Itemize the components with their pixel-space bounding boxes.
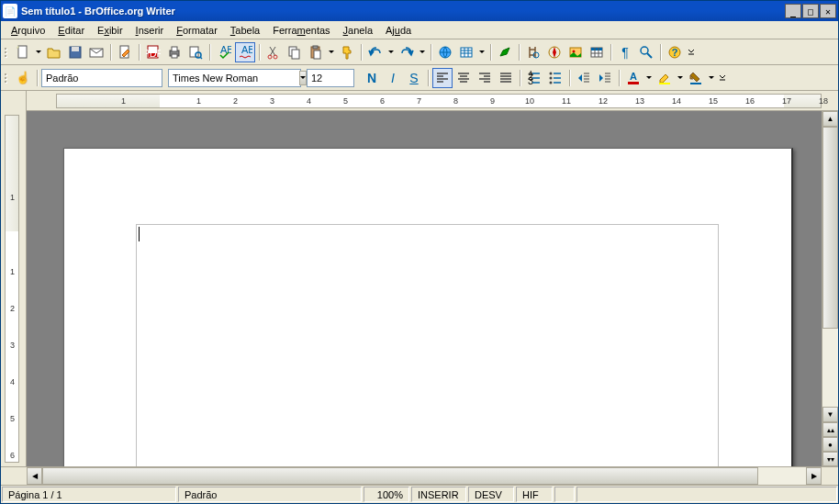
horizontal-ruler[interactable]: 1 1 2 3 4 5 6 7 8 9 10 11 12 13 14 15 16…	[27, 91, 838, 111]
app-icon: 📄	[3, 4, 17, 18]
paste-button[interactable]	[306, 42, 326, 62]
toolbar-grip[interactable]	[5, 43, 10, 62]
menu-ajuda[interactable]: Ajuda	[379, 23, 418, 38]
help-button[interactable]: ?	[665, 42, 685, 62]
nonprinting-button[interactable]: ¶	[615, 42, 635, 62]
paragraph-style-input[interactable]	[46, 73, 173, 84]
align-center-button[interactable]	[453, 68, 474, 88]
format-paintbrush-button[interactable]	[337, 42, 357, 62]
show-draw-button[interactable]	[495, 42, 515, 62]
new-dropdown[interactable]	[34, 42, 43, 62]
menu-editar[interactable]: Editar	[51, 23, 91, 38]
toolbar-options-button[interactable]	[717, 68, 728, 88]
maximize-button[interactable]: □	[802, 4, 819, 18]
workspace: 1 1 2 3 4 5 6 ▲ ▼ ▴▴ ● ▾▾	[1, 111, 838, 466]
nav-object-button[interactable]: ●	[822, 437, 838, 452]
bg-color-dropdown[interactable]	[707, 68, 716, 88]
menu-formatar[interactable]: Formatar	[170, 23, 224, 38]
open-button[interactable]	[44, 42, 64, 62]
menu-janela[interactable]: Janela	[337, 23, 379, 38]
align-justify-button[interactable]	[496, 68, 516, 88]
status-sel[interactable]	[554, 487, 575, 502]
highlight-dropdown[interactable]	[676, 68, 685, 88]
export-pdf-button[interactable]: PDF	[143, 42, 163, 62]
styles-button[interactable]: ☝	[13, 68, 33, 88]
minimize-button[interactable]: _	[785, 4, 801, 18]
align-right-button[interactable]	[475, 68, 495, 88]
new-button[interactable]	[13, 42, 33, 62]
svg-text:3: 3	[528, 75, 533, 85]
hscroll-track[interactable]	[42, 467, 806, 485]
status-style[interactable]: Padrão	[178, 487, 362, 502]
status-insert[interactable]: INSERIR	[411, 487, 466, 502]
status-zoom[interactable]: 100%	[364, 487, 409, 502]
page[interactable]	[63, 148, 793, 466]
save-button[interactable]	[65, 42, 85, 62]
copy-button[interactable]	[285, 42, 305, 62]
table-button[interactable]	[456, 42, 476, 62]
spellcheck-button[interactable]: ABC	[214, 42, 234, 62]
vertical-ruler[interactable]: 1 1 2 3 4 5 6	[1, 111, 27, 466]
hyperlink-button[interactable]	[435, 42, 455, 62]
datasources-button[interactable]	[587, 42, 607, 62]
font-color-button[interactable]: A	[623, 68, 643, 88]
background-color-button[interactable]	[686, 68, 706, 88]
scroll-up-button[interactable]: ▲	[822, 111, 838, 127]
menu-ferramentas[interactable]: Ferramentas	[266, 23, 336, 38]
prev-page-button[interactable]: ▴▴	[822, 422, 838, 437]
print-preview-button[interactable]	[185, 42, 206, 62]
undo-dropdown[interactable]	[386, 42, 396, 62]
menu-arquivo[interactable]: Arquivo	[5, 23, 51, 38]
svg-rect-21	[314, 50, 320, 59]
close-button[interactable]: ✕	[820, 4, 836, 18]
auto-spellcheck-button[interactable]: ABC	[235, 42, 255, 62]
font-name-dropdown[interactable]	[299, 71, 307, 85]
redo-button[interactable]	[397, 42, 417, 62]
font-name-input[interactable]	[173, 73, 299, 84]
increase-indent-button[interactable]	[595, 68, 615, 88]
next-page-button[interactable]: ▾▾	[822, 452, 838, 466]
scroll-right-button[interactable]: ▶	[806, 467, 822, 485]
font-size-combo[interactable]	[307, 69, 354, 87]
numbered-list-button[interactable]: 123	[524, 68, 544, 88]
status-page[interactable]: Página 1 / 1	[2, 487, 176, 502]
menu-inserir[interactable]: Inserir	[129, 23, 171, 38]
bold-button[interactable]: N	[362, 68, 382, 88]
paste-dropdown[interactable]	[327, 42, 336, 62]
gallery-button[interactable]	[565, 42, 586, 62]
cut-button[interactable]	[263, 42, 284, 62]
edit-file-button[interactable]	[115, 42, 135, 62]
svg-text:ABC: ABC	[220, 45, 231, 55]
italic-button[interactable]: I	[383, 68, 403, 88]
svg-rect-20	[313, 46, 318, 49]
status-desv[interactable]: DESV	[468, 487, 514, 502]
scroll-left-button[interactable]: ◀	[27, 467, 42, 485]
print-button[interactable]	[164, 42, 185, 62]
menu-exibir[interactable]: Exibir	[91, 23, 129, 38]
find-button[interactable]	[523, 42, 543, 62]
scroll-down-button[interactable]: ▼	[822, 407, 838, 422]
font-color-dropdown[interactable]	[644, 68, 654, 88]
font-name-combo[interactable]	[168, 69, 301, 87]
email-button[interactable]	[86, 42, 106, 62]
navigator-button[interactable]	[544, 42, 565, 62]
zoom-button[interactable]	[636, 42, 656, 62]
text-frame[interactable]	[136, 224, 719, 466]
highlight-button[interactable]	[654, 68, 675, 88]
bullet-list-button[interactable]	[545, 68, 565, 88]
vscroll-thumb[interactable]	[822, 127, 838, 329]
redo-dropdown[interactable]	[418, 42, 427, 62]
paragraph-style-combo[interactable]	[41, 69, 162, 87]
underline-button[interactable]: S	[404, 68, 424, 88]
table-dropdown[interactable]	[477, 42, 487, 62]
decrease-indent-button[interactable]	[574, 68, 594, 88]
document-area[interactable]	[27, 111, 822, 466]
toolbar-grip[interactable]	[5, 69, 10, 87]
hscroll-thumb[interactable]	[42, 467, 758, 485]
vscroll-track[interactable]	[822, 127, 838, 407]
undo-button[interactable]	[365, 42, 386, 62]
status-hif[interactable]: HIF	[516, 487, 553, 502]
toolbar-options-button[interactable]	[686, 42, 697, 62]
menu-tabela[interactable]: Tabela	[224, 23, 266, 38]
align-left-button[interactable]	[432, 68, 453, 88]
